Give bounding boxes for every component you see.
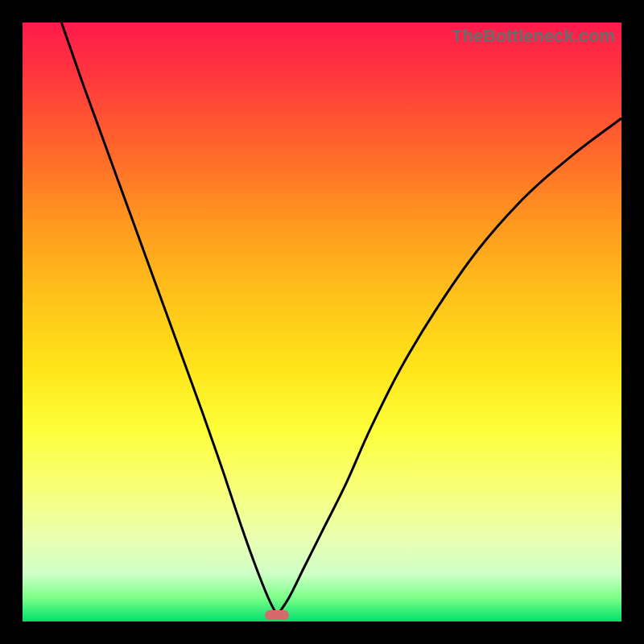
chart-frame: TheBottleneck.com xyxy=(0,0,644,644)
bottleneck-curve xyxy=(23,23,621,621)
plot-area: TheBottleneck.com xyxy=(23,23,621,621)
curve-right-branch xyxy=(277,118,621,616)
optimal-marker xyxy=(265,610,289,620)
curve-left-branch xyxy=(61,23,277,616)
